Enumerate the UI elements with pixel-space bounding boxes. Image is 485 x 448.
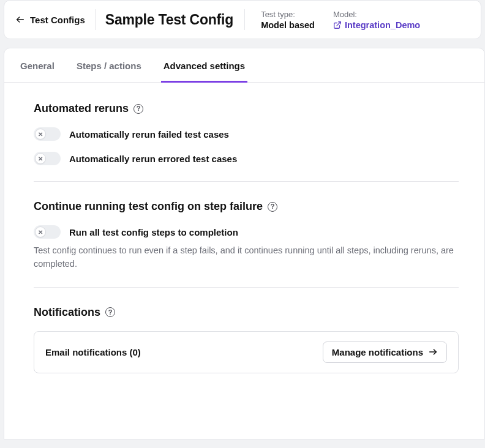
continue-toggle-label: Run all test config steps to completion — [69, 227, 238, 237]
model-meta: Model: Integration_Demo — [322, 10, 420, 30]
model-label: Model: — [333, 10, 420, 19]
continue-toggle-row: ✕ Run all test config steps to completio… — [34, 225, 459, 239]
divider — [34, 287, 459, 288]
page-title: Sample Test Config — [105, 12, 233, 28]
main-panel: General Steps / actions Advanced setting… — [4, 48, 485, 439]
breadcrumb-back[interactable]: Test Configs — [15, 15, 85, 25]
external-link-icon — [333, 21, 342, 29]
close-icon: ✕ — [35, 153, 46, 164]
section-title-notifications-text: Notifications — [34, 306, 100, 319]
rerun-failed-row: ✕ Automatically rerun failed test cases — [34, 127, 459, 141]
continue-description: Test config continues to run even if a s… — [34, 244, 459, 271]
close-icon: ✕ — [35, 129, 46, 140]
section-title-reruns: Automated reruns ? — [34, 102, 459, 115]
test-type-label: Test type: — [261, 10, 315, 19]
manage-notifications-label: Manage notifications — [332, 347, 423, 357]
test-type-value: Model based — [261, 20, 315, 30]
arrow-right-icon — [428, 347, 438, 357]
section-title-notifications: Notifications ? — [34, 306, 459, 319]
rerun-errored-label: Automatically rerun errored test cases — [69, 154, 237, 164]
tab-general[interactable]: General — [18, 48, 57, 83]
model-link-text: Integration_Demo — [345, 20, 420, 30]
section-title-continue-text: Continue running test config on step fai… — [34, 200, 263, 213]
help-icon[interactable]: ? — [133, 104, 143, 114]
help-icon[interactable]: ? — [105, 307, 115, 317]
divider — [95, 9, 96, 30]
test-type-meta: Test type: Model based — [255, 10, 315, 30]
help-icon[interactable]: ? — [268, 202, 277, 212]
page-header: Test Configs Sample Test Config Test typ… — [4, 0, 481, 39]
tabs: General Steps / actions Advanced setting… — [4, 48, 484, 83]
rerun-failed-label: Automatically rerun failed test cases — [69, 129, 229, 140]
rerun-errored-toggle[interactable]: ✕ — [34, 152, 61, 165]
divider — [244, 9, 245, 30]
rerun-errored-row: ✕ Automatically rerun errored test cases — [34, 152, 459, 165]
manage-notifications-button[interactable]: Manage notifications — [323, 342, 447, 363]
tab-content: Automated reruns ? ✕ Automatically rerun… — [4, 83, 484, 388]
arrow-left-icon — [15, 15, 25, 24]
tab-advanced-settings[interactable]: Advanced settings — [161, 48, 247, 83]
svg-line-1 — [337, 21, 340, 25]
continue-toggle[interactable]: ✕ — [34, 225, 61, 239]
tab-steps-actions[interactable]: Steps / actions — [74, 48, 144, 83]
section-title-reruns-text: Automated reruns — [34, 102, 129, 115]
divider — [34, 181, 459, 182]
model-link[interactable]: Integration_Demo — [333, 20, 420, 30]
close-icon: ✕ — [35, 226, 46, 237]
email-notifications-text: Email notifications (0) — [45, 347, 141, 357]
rerun-failed-toggle[interactable]: ✕ — [34, 127, 61, 141]
breadcrumb-label: Test Configs — [30, 15, 85, 25]
notification-card: Email notifications (0) Manage notificat… — [34, 331, 459, 373]
section-title-continue: Continue running test config on step fai… — [34, 200, 459, 213]
